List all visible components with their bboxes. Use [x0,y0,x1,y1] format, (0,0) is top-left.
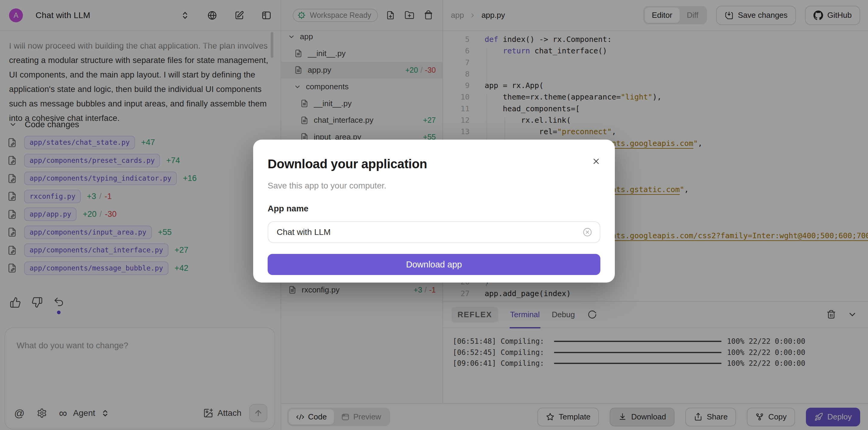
app-name-value: Chat with LLM [277,227,331,237]
modal-title: Download your application [268,157,600,171]
reflex-build-app: A Chat with LLM I will now proceed with … [0,0,868,430]
download-app-button[interactable]: Download app [268,254,600,275]
app-name-field[interactable]: Chat with LLM [268,221,600,243]
modal-subtitle: Save this app to your computer. [268,181,600,191]
app-name-label: App name [268,204,600,213]
clear-input-icon[interactable] [582,227,592,237]
close-icon[interactable] [590,155,602,167]
download-modal: Download your application Save this app … [253,140,615,283]
